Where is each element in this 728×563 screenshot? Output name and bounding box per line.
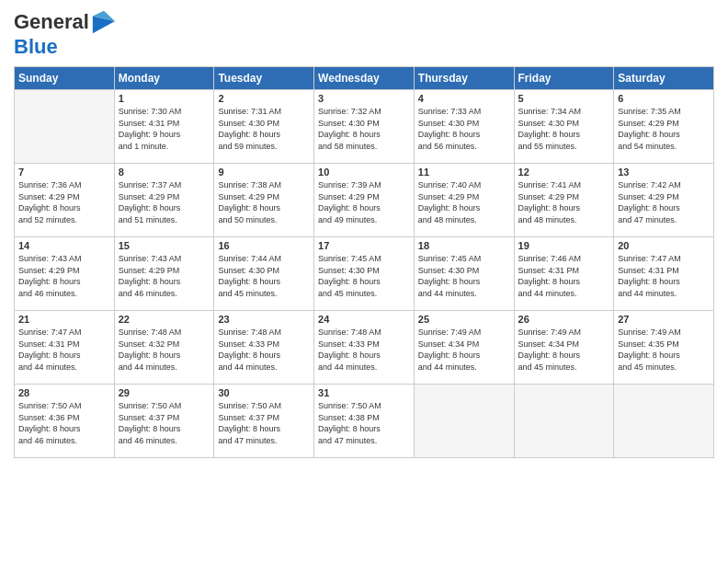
calendar-cell: 9Sunrise: 7:38 AMSunset: 4:29 PMDaylight…: [214, 164, 314, 237]
page-container: General Blue SundayMondayTuesdayWednesda…: [0, 0, 728, 467]
days-header-row: SundayMondayTuesdayWednesdayThursdayFrid…: [15, 67, 714, 90]
calendar-cell: 18Sunrise: 7:45 AMSunset: 4:30 PMDayligh…: [414, 237, 514, 311]
day-header-friday: Friday: [514, 67, 614, 90]
calendar-cell: 19Sunrise: 7:46 AMSunset: 4:31 PMDayligh…: [514, 237, 614, 311]
logo: General Blue: [14, 9, 117, 59]
day-info: Sunrise: 7:48 AMSunset: 4:32 PMDaylight:…: [119, 327, 210, 373]
day-header-tuesday: Tuesday: [214, 67, 314, 90]
day-number: 13: [618, 167, 710, 178]
calendar-cell: 28Sunrise: 7:50 AMSunset: 4:36 PMDayligh…: [15, 385, 115, 458]
calendar-cell: 25Sunrise: 7:49 AMSunset: 4:34 PMDayligh…: [414, 311, 514, 385]
day-info: Sunrise: 7:35 AMSunset: 4:29 PMDaylight:…: [618, 106, 710, 152]
calendar-cell: 26Sunrise: 7:49 AMSunset: 4:34 PMDayligh…: [514, 311, 614, 385]
day-info: Sunrise: 7:39 AMSunset: 4:29 PMDaylight:…: [318, 179, 410, 225]
day-number: 12: [518, 167, 610, 178]
day-info: Sunrise: 7:45 AMSunset: 4:30 PMDaylight:…: [418, 253, 510, 299]
header: General Blue: [14, 9, 714, 59]
day-number: 15: [119, 240, 210, 251]
day-number: 4: [418, 93, 510, 104]
week-row-5: 28Sunrise: 7:50 AMSunset: 4:36 PMDayligh…: [15, 385, 714, 458]
day-number: 31: [318, 387, 410, 398]
day-number: 18: [418, 240, 510, 251]
day-info: Sunrise: 7:49 AMSunset: 4:35 PMDaylight:…: [618, 327, 710, 373]
calendar-cell: 29Sunrise: 7:50 AMSunset: 4:37 PMDayligh…: [114, 385, 214, 458]
calendar-cell: 27Sunrise: 7:49 AMSunset: 4:35 PMDayligh…: [614, 311, 714, 385]
calendar-cell: 3Sunrise: 7:32 AMSunset: 4:30 PMDaylight…: [314, 90, 415, 164]
day-info: Sunrise: 7:40 AMSunset: 4:29 PMDaylight:…: [418, 179, 510, 225]
calendar-cell: [15, 90, 115, 164]
day-info: Sunrise: 7:34 AMSunset: 4:30 PMDaylight:…: [518, 106, 610, 152]
logo-general-text: General: [14, 10, 89, 34]
calendar-cell: 23Sunrise: 7:48 AMSunset: 4:33 PMDayligh…: [214, 311, 314, 385]
day-number: 11: [418, 167, 510, 178]
day-header-saturday: Saturday: [614, 67, 714, 90]
day-header-thursday: Thursday: [414, 67, 514, 90]
calendar-cell: 14Sunrise: 7:43 AMSunset: 4:29 PMDayligh…: [15, 237, 115, 311]
calendar-cell: 4Sunrise: 7:33 AMSunset: 4:30 PMDaylight…: [414, 90, 514, 164]
calendar-cell: 12Sunrise: 7:41 AMSunset: 4:29 PMDayligh…: [514, 164, 614, 237]
day-header-sunday: Sunday: [15, 67, 115, 90]
logo-blue-text: Blue: [14, 35, 58, 58]
day-info: Sunrise: 7:48 AMSunset: 4:33 PMDaylight:…: [318, 327, 410, 373]
day-info: Sunrise: 7:47 AMSunset: 4:31 PMDaylight:…: [18, 327, 110, 373]
day-number: 28: [18, 387, 110, 398]
day-info: Sunrise: 7:46 AMSunset: 4:31 PMDaylight:…: [518, 253, 610, 299]
day-info: Sunrise: 7:36 AMSunset: 4:29 PMDaylight:…: [18, 179, 110, 225]
day-number: 29: [119, 387, 210, 398]
calendar-cell: 5Sunrise: 7:34 AMSunset: 4:30 PMDaylight…: [514, 90, 614, 164]
day-number: 8: [119, 167, 210, 178]
day-info: Sunrise: 7:37 AMSunset: 4:29 PMDaylight:…: [119, 179, 210, 225]
day-number: 14: [18, 240, 110, 251]
day-info: Sunrise: 7:49 AMSunset: 4:34 PMDaylight:…: [418, 327, 510, 373]
week-row-3: 14Sunrise: 7:43 AMSunset: 4:29 PMDayligh…: [15, 237, 714, 311]
day-info: Sunrise: 7:44 AMSunset: 4:30 PMDaylight:…: [218, 253, 310, 299]
day-number: 2: [218, 93, 310, 104]
day-number: 7: [18, 167, 110, 178]
calendar-cell: 20Sunrise: 7:47 AMSunset: 4:31 PMDayligh…: [614, 237, 714, 311]
day-info: Sunrise: 7:38 AMSunset: 4:29 PMDaylight:…: [218, 179, 310, 225]
calendar-cell: 22Sunrise: 7:48 AMSunset: 4:32 PMDayligh…: [114, 311, 214, 385]
day-info: Sunrise: 7:49 AMSunset: 4:34 PMDaylight:…: [518, 327, 610, 373]
calendar-cell: 6Sunrise: 7:35 AMSunset: 4:29 PMDaylight…: [614, 90, 714, 164]
calendar-cell: 21Sunrise: 7:47 AMSunset: 4:31 PMDayligh…: [15, 311, 115, 385]
calendar-cell: 11Sunrise: 7:40 AMSunset: 4:29 PMDayligh…: [414, 164, 514, 237]
day-number: 3: [318, 93, 410, 104]
calendar-table: SundayMondayTuesdayWednesdayThursdayFrid…: [14, 66, 714, 458]
day-number: 9: [218, 167, 310, 178]
calendar-cell: 8Sunrise: 7:37 AMSunset: 4:29 PMDaylight…: [114, 164, 214, 237]
day-number: 23: [218, 314, 310, 325]
calendar-cell: [514, 385, 614, 458]
day-number: 26: [518, 314, 610, 325]
day-info: Sunrise: 7:33 AMSunset: 4:30 PMDaylight:…: [418, 106, 510, 152]
day-info: Sunrise: 7:47 AMSunset: 4:31 PMDaylight:…: [618, 253, 710, 299]
day-info: Sunrise: 7:50 AMSunset: 4:38 PMDaylight:…: [318, 400, 410, 446]
calendar-cell: 2Sunrise: 7:31 AMSunset: 4:30 PMDaylight…: [214, 90, 314, 164]
day-info: Sunrise: 7:31 AMSunset: 4:30 PMDaylight:…: [218, 106, 310, 152]
day-number: 30: [218, 387, 310, 398]
day-number: 16: [218, 240, 310, 251]
day-number: 5: [518, 93, 610, 104]
week-row-2: 7Sunrise: 7:36 AMSunset: 4:29 PMDaylight…: [15, 164, 714, 237]
calendar-cell: 24Sunrise: 7:48 AMSunset: 4:33 PMDayligh…: [314, 311, 415, 385]
logo-icon: [91, 9, 117, 35]
day-info: Sunrise: 7:50 AMSunset: 4:37 PMDaylight:…: [218, 400, 310, 446]
calendar-cell: [414, 385, 514, 458]
day-info: Sunrise: 7:50 AMSunset: 4:36 PMDaylight:…: [18, 400, 110, 446]
day-number: 19: [518, 240, 610, 251]
day-number: 27: [618, 314, 710, 325]
day-number: 20: [618, 240, 710, 251]
day-number: 22: [119, 314, 210, 325]
week-row-1: 1Sunrise: 7:30 AMSunset: 4:31 PMDaylight…: [15, 90, 714, 164]
calendar-cell: 17Sunrise: 7:45 AMSunset: 4:30 PMDayligh…: [314, 237, 415, 311]
day-info: Sunrise: 7:30 AMSunset: 4:31 PMDaylight:…: [119, 106, 210, 152]
calendar-cell: 10Sunrise: 7:39 AMSunset: 4:29 PMDayligh…: [314, 164, 415, 237]
calendar-cell: 1Sunrise: 7:30 AMSunset: 4:31 PMDaylight…: [114, 90, 214, 164]
calendar-cell: 13Sunrise: 7:42 AMSunset: 4:29 PMDayligh…: [614, 164, 714, 237]
day-info: Sunrise: 7:48 AMSunset: 4:33 PMDaylight:…: [218, 327, 310, 373]
day-header-wednesday: Wednesday: [314, 67, 415, 90]
day-number: 10: [318, 167, 410, 178]
day-number: 24: [318, 314, 410, 325]
day-info: Sunrise: 7:45 AMSunset: 4:30 PMDaylight:…: [318, 253, 410, 299]
day-header-monday: Monday: [114, 67, 214, 90]
day-info: Sunrise: 7:50 AMSunset: 4:37 PMDaylight:…: [119, 400, 210, 446]
